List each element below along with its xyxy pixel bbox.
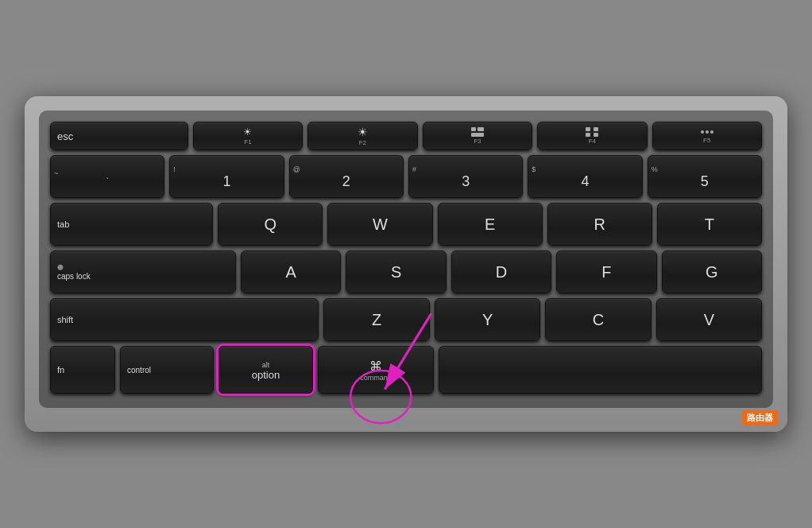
f5-icon: F5 xyxy=(701,128,713,144)
key-g[interactable]: G xyxy=(662,250,762,293)
bottom-row: fn control alt option ⌘ command xyxy=(50,346,762,394)
asdf-row: ⬤ caps lock A S D F G xyxy=(50,250,762,293)
svg-rect-1 xyxy=(478,127,484,131)
keyboard-body: esc ☀ F1 ☀ F2 F3 xyxy=(39,111,773,408)
key-t[interactable]: T xyxy=(657,203,762,246)
key-f[interactable]: F xyxy=(556,250,656,293)
svg-rect-4 xyxy=(594,127,598,131)
option-top-label: alt xyxy=(262,359,270,369)
option-main-label: option xyxy=(252,369,280,381)
key-tab[interactable]: tab xyxy=(50,203,213,246)
svg-rect-2 xyxy=(471,133,484,137)
key-esc[interactable]: esc xyxy=(50,122,188,150)
key-c[interactable]: C xyxy=(545,298,651,341)
control-label: control xyxy=(127,366,151,375)
qwerty-row: tab Q W E R T xyxy=(50,203,762,246)
caps-lock-label: caps lock xyxy=(57,272,91,281)
key-f1[interactable]: ☀ F1 xyxy=(193,122,303,150)
key-command[interactable]: ⌘ command xyxy=(318,346,434,394)
zxcv-row: shift Z Y C V xyxy=(50,298,762,341)
key-4[interactable]: $ 4 xyxy=(528,155,642,198)
key-fn[interactable]: fn xyxy=(50,346,115,394)
svg-point-9 xyxy=(710,130,713,134)
svg-rect-5 xyxy=(586,133,590,137)
key-control[interactable]: control xyxy=(120,346,214,394)
svg-rect-3 xyxy=(586,127,590,131)
key-a[interactable]: A xyxy=(241,250,341,293)
key-e[interactable]: E xyxy=(438,203,543,246)
key-f4[interactable]: F4 xyxy=(537,122,647,150)
f3-icon: F3 xyxy=(471,127,484,145)
key-v[interactable]: V xyxy=(656,298,762,341)
key-spacebar[interactable] xyxy=(439,346,762,394)
shift-label: shift xyxy=(57,315,73,324)
f4-icon: F4 xyxy=(586,127,598,145)
key-3[interactable]: # 3 xyxy=(408,155,523,198)
function-row: esc ☀ F1 ☀ F2 F3 xyxy=(50,122,762,150)
keyboard-container: esc ☀ F1 ☀ F2 F3 xyxy=(25,96,787,432)
key-shift-left[interactable]: shift xyxy=(50,298,319,341)
svg-point-7 xyxy=(701,130,704,134)
key-s[interactable]: S xyxy=(346,250,446,293)
command-symbol: ⌘ xyxy=(369,359,382,374)
f1-icon: ☀ F1 xyxy=(243,126,252,146)
key-q[interactable]: Q xyxy=(218,203,323,246)
watermark: 路由器 xyxy=(742,410,778,425)
number-row: ~ ` ! 1 @ 2 # 3 $ 4 % 5 xyxy=(50,155,762,198)
key-y[interactable]: Y xyxy=(435,298,540,341)
key-tilde[interactable]: ~ ` xyxy=(50,155,164,198)
key-f2[interactable]: ☀ F2 xyxy=(307,122,417,150)
svg-rect-6 xyxy=(594,133,598,137)
fn-label: fn xyxy=(57,365,64,375)
key-5[interactable]: % 5 xyxy=(648,155,762,198)
f2-icon: ☀ F2 xyxy=(358,126,368,146)
svg-rect-0 xyxy=(471,127,476,131)
esc-label: esc xyxy=(57,130,73,142)
key-caps-lock[interactable]: ⬤ caps lock xyxy=(50,250,236,293)
key-z[interactable]: Z xyxy=(323,298,429,341)
key-w[interactable]: W xyxy=(327,203,432,246)
command-label: command xyxy=(360,374,392,382)
svg-point-8 xyxy=(706,130,709,134)
tab-label: tab xyxy=(57,219,69,229)
key-1[interactable]: ! 1 xyxy=(169,155,284,198)
key-r[interactable]: R xyxy=(547,203,652,246)
key-option[interactable]: alt option xyxy=(218,346,313,394)
key-2[interactable]: @ 2 xyxy=(289,155,404,198)
key-f5[interactable]: F5 xyxy=(652,122,762,150)
key-d[interactable]: D xyxy=(451,250,551,293)
key-f3[interactable]: F3 xyxy=(423,122,532,150)
